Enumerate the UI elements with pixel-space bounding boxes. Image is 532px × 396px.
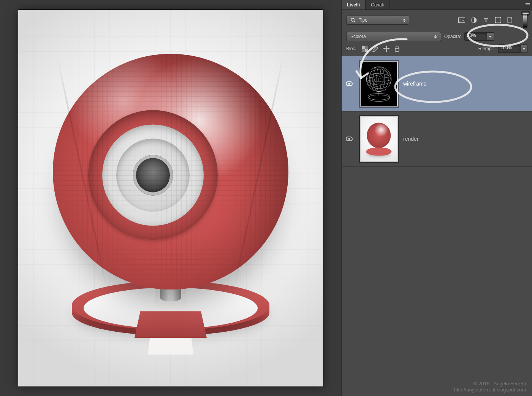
blend-opacity-row: Scolora Opacità: 50% — [342, 30, 532, 43]
filter-row: Tipo T — [342, 10, 532, 30]
svg-rect-5 — [495, 17, 496, 18]
lock-all-icon[interactable] — [393, 45, 401, 52]
svg-line-1 — [354, 21, 355, 22]
svg-rect-6 — [500, 17, 501, 18]
blend-mode-select[interactable]: Scolora — [346, 32, 441, 41]
filter-toggle-slider[interactable] — [523, 13, 527, 28]
visibility-toggle[interactable] — [344, 81, 355, 86]
fill-input[interactable]: 100% — [498, 45, 521, 53]
webcam-sphere — [53, 54, 288, 289]
updown-caret-icon — [403, 19, 406, 22]
document-canvas-area — [0, 0, 341, 396]
opacity-input[interactable]: 50% — [464, 32, 487, 41]
panel-menu-button[interactable] — [524, 0, 532, 10]
layers-panel: Livelli Canali Tipo T — [341, 0, 532, 396]
updown-caret-icon — [434, 35, 437, 38]
layers-list: wireframe render — [342, 56, 532, 396]
svg-rect-11 — [362, 46, 365, 49]
tab-channels[interactable]: Canali — [366, 0, 390, 10]
credit-line2: http://angeloferretti.blogspot.com — [454, 387, 526, 393]
svg-rect-4 — [496, 17, 501, 23]
lock-transparency-icon[interactable] — [361, 45, 369, 52]
smartobject-filter-icon[interactable] — [507, 17, 514, 24]
shape-filter-icon[interactable] — [495, 17, 502, 24]
fill-field: 100% — [498, 45, 527, 53]
panel-tabs: Livelli Canali — [342, 0, 532, 10]
layer-filter-select[interactable]: Tipo — [346, 16, 409, 25]
svg-rect-7 — [495, 22, 496, 23]
visibility-toggle[interactable] — [344, 137, 355, 141]
tab-layers[interactable]: Livelli — [342, 0, 366, 10]
menu-icon — [526, 3, 530, 6]
lock-pixels-icon[interactable] — [372, 45, 380, 52]
chevron-down-icon — [489, 36, 492, 38]
opacity-label: Opacità: — [444, 34, 461, 39]
layer-thumbnail[interactable] — [360, 61, 398, 107]
type-filter-icon[interactable]: T — [483, 17, 489, 24]
search-icon — [350, 17, 356, 24]
fill-dropdown-button[interactable] — [521, 45, 527, 53]
layer-row[interactable]: render — [342, 111, 532, 167]
svg-rect-13 — [395, 48, 399, 51]
credit-line1: © 2016 - Angelo Ferretti — [454, 381, 526, 387]
svg-point-0 — [351, 18, 354, 21]
filter-iconbar: T — [458, 13, 527, 28]
eye-icon — [346, 137, 353, 141]
chevron-down-icon — [522, 48, 526, 50]
fill-label: Riemp.: — [478, 46, 494, 51]
lock-position-icon[interactable] — [383, 45, 390, 52]
image-filter-icon[interactable] — [458, 17, 465, 24]
svg-rect-12 — [365, 49, 368, 52]
layer-name[interactable]: render — [403, 136, 418, 142]
layer-thumbnail[interactable] — [360, 116, 398, 162]
svg-rect-8 — [500, 22, 501, 23]
layer-filter-label: Tipo — [359, 17, 403, 23]
opacity-field: 50% — [464, 32, 494, 41]
lock-label: Bloc.: — [346, 46, 358, 51]
layer-row[interactable]: wireframe — [342, 56, 532, 111]
layer-name[interactable]: wireframe — [403, 81, 426, 87]
eye-icon — [346, 81, 353, 86]
credit-watermark: © 2016 - Angelo Ferretti http://angelofe… — [454, 381, 526, 393]
adjustment-filter-icon[interactable] — [470, 17, 477, 24]
document-canvas[interactable] — [18, 10, 323, 386]
opacity-dropdown-button[interactable] — [487, 32, 494, 41]
lock-fill-row: Bloc.: Riemp.: 100% — [342, 43, 532, 56]
slider-thumb — [522, 12, 529, 14]
